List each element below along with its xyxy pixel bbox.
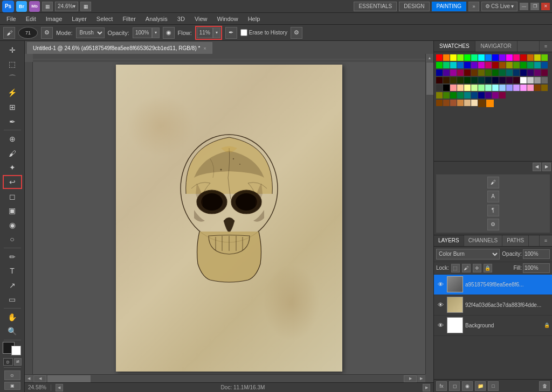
color-swatch[interactable]: [527, 54, 534, 61]
document-tab[interactable]: Untitled-1 @ 24.6% (a95187549f8ea5ee8f66…: [27, 42, 212, 54]
workspace-essentials[interactable]: ESSENTIALS: [354, 2, 397, 11]
color-swatch[interactable]: [499, 92, 506, 99]
horizontal-scroll-thumb[interactable]: [47, 375, 91, 382]
background-color[interactable]: [11, 346, 21, 355]
minimize-button[interactable]: —: [520, 3, 528, 10]
color-swatch[interactable]: [464, 100, 471, 106]
color-swatch[interactable]: [450, 54, 457, 61]
shape-tool[interactable]: ▭: [3, 293, 22, 307]
color-swatch[interactable]: [464, 54, 471, 61]
color-swatch[interactable]: [471, 85, 478, 91]
horizontal-scrollbar[interactable]: ◀ ◀ ▶ ▶: [25, 374, 425, 382]
color-swatch[interactable]: [450, 100, 457, 106]
color-swatch[interactable]: [478, 77, 485, 83]
tab-layers[interactable]: LAYERS: [434, 235, 464, 246]
color-swatch[interactable]: [520, 85, 527, 91]
color-swatch[interactable]: [541, 62, 548, 68]
canvas-document[interactable]: [116, 65, 342, 372]
color-swatch[interactable]: [450, 69, 457, 76]
color-swatch[interactable]: [464, 85, 471, 91]
swap-colors-btn[interactable]: ⇌: [14, 358, 22, 366]
vertical-scrollbar[interactable]: ▲: [425, 54, 433, 374]
workspace-painting[interactable]: PAINTING: [432, 2, 466, 11]
color-swatch[interactable]: [534, 54, 541, 61]
color-swatch[interactable]: [541, 77, 548, 83]
color-swatch[interactable]: [520, 69, 527, 76]
color-swatch[interactable]: [485, 85, 492, 91]
mode-select[interactable]: Brush: [76, 27, 105, 38]
pen-tool[interactable]: ✏: [3, 250, 22, 264]
color-swatch[interactable]: [478, 85, 485, 91]
color-swatch[interactable]: [450, 92, 457, 99]
color-swatch[interactable]: [520, 54, 527, 61]
document-close-btn[interactable]: ×: [203, 46, 206, 51]
opacity-input[interactable]: [523, 249, 550, 259]
color-swatch[interactable]: [513, 77, 520, 83]
brush-tool[interactable]: 🖌: [3, 146, 22, 160]
flow-arrow[interactable]: ▾: [213, 27, 220, 38]
color-swatch[interactable]: [499, 62, 506, 68]
color-swatch[interactable]: [534, 69, 541, 76]
color-swatch[interactable]: [436, 100, 443, 106]
new-layer-btn[interactable]: □: [488, 381, 499, 391]
menu-select[interactable]: Select: [92, 13, 118, 24]
move-tool[interactable]: ✛: [3, 43, 22, 57]
color-swatch[interactable]: [457, 85, 464, 91]
color-swatch[interactable]: [499, 77, 506, 83]
color-swatch[interactable]: [471, 54, 478, 61]
color-swatch[interactable]: [436, 69, 443, 76]
layer-row-0[interactable]: 👁 a95187549f8ea5ee8f6...: [434, 275, 552, 295]
color-swatch[interactable]: [443, 100, 450, 106]
view-options-button[interactable]: ▦: [80, 2, 91, 11]
menu-image[interactable]: Image: [42, 13, 67, 24]
color-swatch[interactable]: [478, 92, 485, 99]
menu-analysis[interactable]: Analysis: [141, 13, 172, 24]
menu-help[interactable]: Help: [244, 13, 265, 24]
lock-image-btn[interactable]: 🖌: [462, 264, 471, 272]
color-swatch[interactable]: [513, 85, 520, 91]
tool-preset-1[interactable]: 🖌: [487, 177, 499, 188]
color-swatch[interactable]: [492, 62, 499, 68]
tool-preset-3[interactable]: ¶: [487, 205, 499, 216]
panel-expand-btn[interactable]: ▶: [542, 163, 551, 171]
blur-tool[interactable]: ◉: [3, 218, 22, 232]
color-swatch[interactable]: [443, 85, 450, 91]
color-swatch[interactable]: [478, 62, 485, 68]
tool-preset-2[interactable]: A: [487, 191, 499, 202]
color-swatch[interactable]: [471, 100, 478, 106]
color-swatch[interactable]: [457, 92, 464, 99]
lock-position-btn[interactable]: ✛: [473, 264, 481, 272]
color-swatch-special-2[interactable]: [486, 100, 494, 107]
blend-mode-select[interactable]: Color Burn: [436, 249, 500, 260]
lasso-tool[interactable]: ⌒: [3, 72, 22, 86]
color-swatch[interactable]: [471, 92, 478, 99]
opacity-arrow[interactable]: ▾: [152, 27, 160, 38]
color-swatch[interactable]: [506, 69, 513, 76]
color-swatch[interactable]: [485, 92, 492, 99]
color-swatch[interactable]: [499, 85, 506, 91]
workspace-design[interactable]: DESIGN: [399, 2, 429, 11]
gradient-tool[interactable]: ▣: [3, 204, 22, 218]
color-swatch[interactable]: [485, 62, 492, 68]
color-swatch[interactable]: [506, 54, 513, 61]
color-swatch[interactable]: [527, 62, 534, 68]
menu-edit[interactable]: Edit: [22, 13, 40, 24]
color-swatch[interactable]: [534, 77, 541, 83]
layer-row-1[interactable]: 👁 92f4a03d6ac3e7da883f64dde...: [434, 295, 552, 316]
tab-swatches[interactable]: SWATCHES: [434, 41, 475, 52]
color-swatch[interactable]: [485, 54, 492, 61]
layer-visibility-1[interactable]: 👁: [436, 300, 445, 309]
color-swatch[interactable]: [513, 62, 520, 68]
delete-layer-btn[interactable]: 🗑: [539, 381, 550, 391]
scroll-left-btn[interactable]: ◀: [25, 375, 33, 383]
menu-filter[interactable]: Filter: [118, 13, 140, 24]
screen-mode-btn[interactable]: ▣: [4, 382, 20, 390]
color-swatch[interactable]: [492, 69, 499, 76]
color-swatch[interactable]: [541, 85, 548, 91]
view-mode-button[interactable]: ▦: [42, 2, 53, 11]
color-swatch[interactable]: [450, 85, 457, 91]
more-workspaces-button[interactable]: »: [468, 2, 479, 11]
color-swatch[interactable]: [534, 62, 541, 68]
quick-mask-btn[interactable]: ⊙: [4, 370, 20, 380]
toggle-brush-panel[interactable]: ⚙: [41, 27, 53, 39]
